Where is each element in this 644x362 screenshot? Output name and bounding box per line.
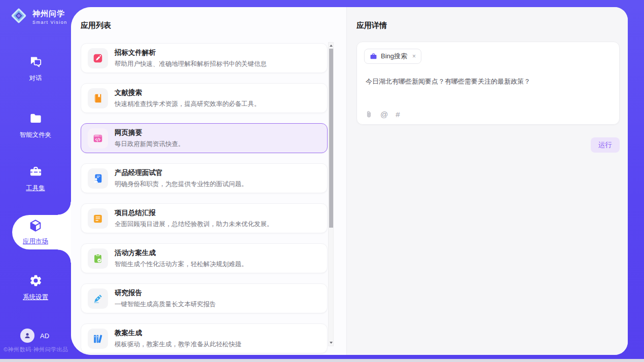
sidebar-item-chat[interactable]: 对话 <box>0 55 71 83</box>
app-icon-tile <box>88 48 108 68</box>
prompt-input[interactable]: 今日湖北有哪些新闻要点？有哪些需要关注的最新政策？ <box>366 77 611 87</box>
app-frame: 神州问学 Smart Vision 对话 智能文件夹 <box>0 0 644 359</box>
app-name: 招标文件解析 <box>115 48 267 57</box>
clipboard-check-icon <box>92 253 103 264</box>
briefcase-icon <box>370 53 377 60</box>
hash-icon[interactable]: # <box>396 110 400 119</box>
app-detail-title: 应用详情 <box>356 21 387 30</box>
app-desc: 一键智能生成高质量长文本研究报告 <box>115 300 216 309</box>
app-icon-tile <box>88 208 108 229</box>
app-name: 文献搜索 <box>115 88 261 97</box>
app-desc: 智能生成个性化活动方案，轻松解决规划难题。 <box>115 260 248 269</box>
app-icon-tile <box>88 88 108 108</box>
sidebar-item-label: 智能文件夹 <box>20 131 52 139</box>
app-name: 教案生成 <box>115 329 241 338</box>
app-name: 产品经理面试官 <box>115 168 248 177</box>
sidebar-item-smart-folders[interactable]: 智能文件夹 <box>0 112 71 139</box>
app-desc: 模板驱动，教案生成，教学准备从此轻松快捷 <box>115 340 241 349</box>
scroll-up-arrow[interactable] <box>329 43 333 49</box>
interview-icon <box>92 173 103 184</box>
app-card-list: 招标文件解析 帮助用户快速、准确地理解和解析招标书中的关键信息 <box>81 43 328 355</box>
gear-icon <box>29 274 43 289</box>
scrollbar-thumb[interactable] <box>329 49 333 228</box>
sidebar-item-label: 对话 <box>29 74 42 83</box>
paperclip-icon[interactable] <box>365 110 373 119</box>
app-desc: 全面回顾项目进展，总结经验教训，助力未来优化发展。 <box>115 220 273 229</box>
user-initials: AD <box>40 332 49 340</box>
app-icon-tile <box>88 329 108 349</box>
sidebar-item-app-market[interactable]: 应用市场 <box>12 215 71 249</box>
brand-name: 神州问学 <box>32 9 67 19</box>
app-icon-tile <box>88 128 108 149</box>
sidebar-item-settings[interactable]: 系统设置 <box>0 274 71 302</box>
app-desc: 快速精准查找学术资源，提高研究效率的必备工具。 <box>115 100 261 108</box>
cube-icon <box>28 219 43 235</box>
sidebar-item-label: 应用市场 <box>23 237 48 246</box>
app-card-bid-parse[interactable]: 招标文件解析 帮助用户快速、准确地理解和解析招标书中的关键信息 <box>81 43 328 73</box>
run-button[interactable]: 运行 <box>591 137 620 153</box>
app-card-event-plan[interactable]: 活动方案生成 智能生成个性化活动方案，轻松解决规划难题。 <box>81 243 328 273</box>
app-card-pm-interviewer[interactable]: 产品经理面试官 明确身份和职责，为您提供专业性的面试问题。 <box>81 163 328 193</box>
tool-tag-bing-search[interactable]: Bing搜索 × <box>364 49 421 64</box>
app-card-research-report[interactable]: 研究报告 一键智能生成高质量长文本研究报告 <box>81 283 328 313</box>
brand-subtitle: Smart Vision <box>32 20 67 25</box>
browser-code-icon <box>92 133 103 144</box>
user-account[interactable]: AD <box>20 329 49 343</box>
close-icon[interactable]: × <box>412 53 416 60</box>
diamond-logo-icon <box>9 6 28 27</box>
app-desc: 每日政府新闻资讯快查。 <box>115 140 185 149</box>
app-icon-tile <box>88 288 108 309</box>
scroll-down-arrow[interactable] <box>329 340 333 346</box>
ink-pen-icon <box>92 293 103 304</box>
app-icon-tile <box>88 248 108 269</box>
sidebar-item-label: 系统设置 <box>23 293 48 302</box>
app-name: 项目总结汇报 <box>115 208 273 218</box>
app-list-title: 应用列表 <box>81 21 111 30</box>
sidebar: 神州问学 Smart Vision 对话 智能文件夹 <box>0 0 71 359</box>
app-list-panel: 应用列表 招标文件解析 帮助用户快速 <box>71 7 346 355</box>
app-name: 网页摘要 <box>115 128 185 137</box>
app-card-literature-search[interactable]: 文献搜索 快速精准查找学术资源，提高研究效率的必备工具。 <box>81 83 328 113</box>
brand-logo: 神州问学 Smart Vision <box>9 6 67 27</box>
mention-icon[interactable]: @ <box>380 110 388 119</box>
sidebar-item-label: 工具集 <box>26 184 45 193</box>
folder-icon <box>29 112 43 127</box>
app-name: 研究报告 <box>115 288 216 298</box>
app-desc: 明确身份和职责，为您提供专业性的面试问题。 <box>115 180 248 189</box>
sidebar-item-toolset[interactable]: 工具集 <box>0 165 71 193</box>
content-shell: 应用列表 招标文件解析 帮助用户快速 <box>71 7 628 355</box>
app-name: 活动方案生成 <box>115 248 248 258</box>
books-icon <box>92 333 103 344</box>
prompt-card: Bing搜索 × 今日湖北有哪些新闻要点？有哪些需要关注的最新政策？ @ # <box>356 42 620 125</box>
book-icon <box>92 93 103 104</box>
chat-icon <box>29 55 43 70</box>
app-detail-panel: 应用详情 Bing搜索 × 今日湖北有哪些新闻要点？有哪些需要关注的最新政策？ <box>346 7 628 355</box>
app-icon-tile <box>88 168 108 189</box>
document-edit-icon <box>92 53 103 64</box>
tool-tag-label: Bing搜索 <box>381 52 407 61</box>
scrollbar[interactable] <box>328 42 334 346</box>
copyright-footer: ©神州数码·神州问学出品 <box>4 346 71 353</box>
composer-toolbar: @ # <box>365 110 400 119</box>
app-desc: 帮助用户快速、准确地理解和解析招标书中的关键信息 <box>115 60 267 68</box>
summary-list-icon <box>92 213 103 224</box>
toolbox-icon <box>29 165 43 180</box>
app-card-web-summary[interactable]: 网页摘要 每日政府新闻资讯快查。 <box>81 123 328 153</box>
app-card-lesson-plan[interactable]: 教案生成 模板驱动，教案生成，教学准备从此轻松快捷 <box>81 323 328 353</box>
avatar <box>20 329 34 343</box>
app-card-project-summary[interactable]: 项目总结汇报 全面回顾项目进展，总结经验教训，助力未来优化发展。 <box>81 203 328 233</box>
